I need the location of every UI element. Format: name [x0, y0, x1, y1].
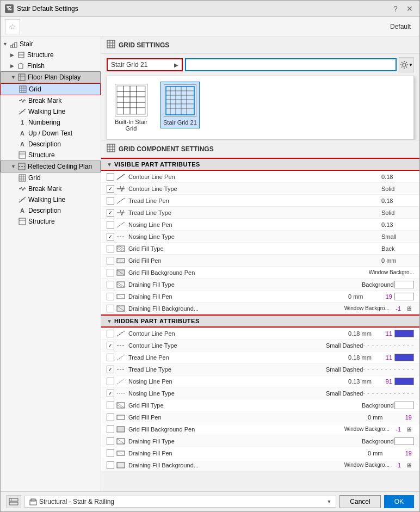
grid-settings-icon: [107, 40, 115, 50]
draining-pen-num: 19: [381, 293, 394, 300]
h-grid-fill-pen-icon: [115, 413, 126, 422]
h-grid-fill-bg-num: -1: [390, 426, 403, 433]
sidebar-item-structure2[interactable]: Structure: [1, 150, 101, 161]
sidebar-item-description2[interactable]: A Description: [1, 205, 101, 216]
search-input[interactable]: [185, 58, 397, 71]
h-tread-pen-name: Tread Line Pen: [128, 354, 348, 361]
sidebar-item-walking-line2[interactable]: Walking Line: [1, 194, 101, 205]
help-button[interactable]: ?: [390, 3, 401, 14]
h-tread-pen-value: 0.18 mm: [348, 354, 381, 361]
hidden-attrs-rows: Contour Line Pen 0.18 mm 11 ✓ Contour Li…: [101, 328, 419, 471]
structural-dropdown[interactable]: Structural - Stair & Railing ▼: [24, 496, 336, 508]
attr-row-h-nosing-pen: Nosing Line Pen 0.13 mm 91: [101, 375, 419, 387]
attr-row-grid-fill-type: Grid Fill Type Back: [101, 243, 419, 255]
h-grid-fill-bg-checkbox[interactable]: [107, 425, 114, 433]
svg-line-66: [117, 198, 125, 203]
draining-bg-icon: [115, 304, 126, 313]
attr-row-h-draining-bg: Draining Fill Background... Window Backg…: [101, 459, 419, 471]
svg-line-76: [117, 260, 122, 263]
svg-line-77: [119, 258, 125, 261]
draining-bg-checkbox[interactable]: [107, 305, 114, 312]
h-grid-fill-pen-value: 0 mm: [368, 414, 400, 421]
h-tread-type-name: Tread Line Type: [128, 366, 326, 373]
h-nosing-pen-icon: [115, 377, 126, 386]
h-tread-type-icon: [115, 365, 126, 374]
grid-option-stair21[interactable]: Stair Grid 21: [160, 82, 200, 128]
h-draining-bg-checkbox[interactable]: [107, 461, 114, 469]
grid-settings-label: GRID SETTINGS: [119, 41, 169, 49]
svg-point-37: [403, 63, 406, 66]
sidebar-item-structure3[interactable]: Structure: [1, 216, 101, 227]
sidebar-item-stair[interactable]: ▼ Stair: [1, 39, 101, 50]
grid-option-builtin[interactable]: Built-In StairGrid: [113, 82, 150, 134]
sidebar-item-grid[interactable]: Grid: [1, 83, 101, 95]
grid-fill-bg-checkbox[interactable]: [107, 269, 114, 276]
h-draining-pen-checkbox[interactable]: [107, 449, 114, 457]
hidden-attrs-header[interactable]: ▼ HIDDEN PART ATTRIBUTES: [101, 314, 419, 328]
h-nosing-type-dashes: - - - - - - - - - - - -: [363, 390, 414, 396]
ok-button[interactable]: OK: [384, 495, 414, 508]
visible-attrs-header[interactable]: ▼ VISIBLE PART ATTRIBUTES: [101, 158, 419, 171]
sidebar-item-numbering[interactable]: 1 Numbering: [1, 117, 101, 128]
sidebar-item-reflected[interactable]: ▼ Reflected Ceiling Plan: [1, 161, 101, 172]
h-tread-pen-checkbox[interactable]: [107, 354, 114, 361]
h-nosing-type-checkbox[interactable]: ✓: [107, 390, 114, 397]
bottom-icon-btn[interactable]: [6, 495, 21, 508]
app-icon: 🏗: [5, 4, 14, 13]
nosing-type-checkbox[interactable]: ✓: [107, 233, 114, 240]
structural-label: Structural - Stair & Railing: [39, 498, 324, 505]
grid-fill-pen-checkbox[interactable]: [107, 257, 114, 264]
h-grid-fill-type-value: Background: [362, 402, 394, 409]
draining-type-checkbox[interactable]: [107, 281, 114, 288]
h-contour-type-checkbox[interactable]: ✓: [107, 342, 114, 349]
h-draining-type-checkbox[interactable]: [107, 437, 114, 445]
contour-type-icon: [115, 184, 126, 193]
grid-fill-bg-icon: [115, 268, 126, 277]
tread-pen-checkbox[interactable]: [107, 197, 114, 205]
svg-rect-97: [117, 427, 125, 432]
svg-rect-96: [117, 415, 125, 420]
attr-row-h-tread-type: ✓ Tread Line Type Small Dashed - - - - -…: [101, 363, 419, 375]
grid-component-icon: [107, 144, 115, 154]
h-tread-pen-swatch: [394, 354, 414, 361]
sidebar-item-floor-plan[interactable]: ▼ Floor Plan Display: [1, 71, 101, 83]
tread-type-checkbox[interactable]: ✓: [107, 209, 114, 217]
h-contour-pen-checkbox[interactable]: [107, 330, 114, 337]
up-down-text-icon: A: [18, 129, 27, 138]
h-tread-type-checkbox[interactable]: ✓: [107, 366, 114, 373]
contour-type-checkbox[interactable]: ✓: [107, 185, 114, 193]
sidebar-item-walking-line[interactable]: Walking Line: [1, 106, 101, 117]
nosing-pen-checkbox[interactable]: [107, 221, 114, 229]
attr-row-h-draining-pen: Draining Fill Pen 0 mm 19: [101, 447, 419, 459]
sidebar-item-grid2[interactable]: Grid: [1, 172, 101, 183]
h-nosing-pen-checkbox[interactable]: [107, 378, 114, 385]
sidebar-item-break-mark2[interactable]: Break Mark: [1, 183, 101, 194]
walking-line-icon: [18, 107, 27, 116]
close-button[interactable]: ✕: [404, 3, 415, 14]
sidebar-item-finish[interactable]: ▶ Finish: [1, 60, 101, 71]
main-window: 🏗 Stair Default Settings ? ✕ ☆ Default ▼…: [0, 0, 420, 512]
h-contour-pen-num: 11: [381, 330, 394, 337]
nosing-type-value: Small: [381, 233, 414, 240]
grid-dropdown[interactable]: Stair Grid 21 ▶: [107, 58, 183, 71]
draining-bg-monitor: 🖥: [403, 304, 414, 313]
star-button[interactable]: ☆: [5, 19, 20, 34]
nosing-type-name: Nosing Line Type: [128, 233, 381, 240]
draining-bg-num: -1: [390, 305, 403, 312]
h-grid-fill-pen-checkbox[interactable]: [107, 414, 114, 421]
gear-button[interactable]: ▼: [399, 57, 414, 72]
draining-pen-checkbox[interactable]: [107, 293, 114, 300]
grid-fill-type-checkbox[interactable]: [107, 245, 114, 252]
svg-rect-30: [19, 218, 26, 225]
contour-pen-checkbox[interactable]: [107, 173, 114, 181]
sidebar-item-description[interactable]: A Description: [1, 139, 101, 150]
sidebar-item-structure[interactable]: ▶ Structure: [1, 50, 101, 60]
h-grid-fill-type-checkbox[interactable]: [107, 402, 114, 409]
sidebar-item-up-down-text[interactable]: A Up / Down Text: [1, 128, 101, 139]
grid-option-builtin-label: Built-In StairGrid: [115, 119, 147, 132]
h-nosing-type-icon: [115, 389, 126, 398]
cancel-button[interactable]: Cancel: [339, 495, 380, 508]
tread-type-value: Solid: [381, 209, 414, 216]
h-contour-type-value: Small Dashed: [326, 342, 363, 349]
sidebar-item-break-mark[interactable]: Break Mark: [1, 95, 101, 106]
